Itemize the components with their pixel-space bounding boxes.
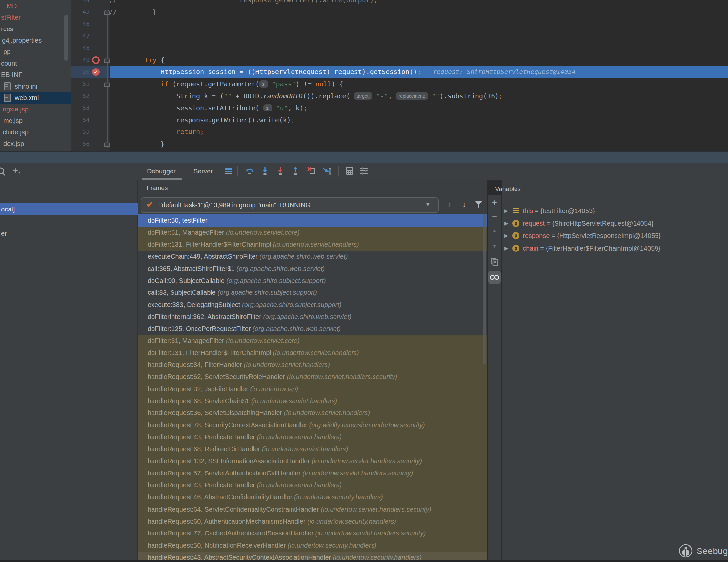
stack-frame-row[interactable]: doFilter:131, FilterHandler$FilterChainI… xyxy=(138,347,487,359)
session-list-item[interactable]: ocal] xyxy=(0,203,138,215)
fold-marker-icon[interactable] xyxy=(104,81,110,87)
code-line-49[interactable]: try { xyxy=(109,54,728,66)
stack-frame-row[interactable]: call:83, SubjectCallable (org.apache.shi… xyxy=(138,287,487,299)
code-line-53[interactable]: session.setAttribute( s: "u", k); xyxy=(109,102,728,114)
project-file-tree[interactable]: MDstFilterrcesg4j.propertiesppcountEB-IN… xyxy=(0,0,71,151)
stack-frame-row[interactable]: doFilter:61, ManagedFilter (io.undertow.… xyxy=(138,227,487,239)
sidebar-item-me-jsp[interactable]: me.jsp xyxy=(0,115,71,127)
step-out-icon[interactable] xyxy=(291,166,301,177)
add-session-icon[interactable]: +▾ xyxy=(10,165,20,176)
layout-settings-icon[interactable] xyxy=(359,167,369,177)
variable-row[interactable]: ▶this = {testFilter@14053} xyxy=(502,205,728,217)
stack-frame-row[interactable]: handleRequest:64, ServletConfidentiality… xyxy=(138,503,487,515)
fold-marker-icon[interactable] xyxy=(104,9,110,15)
tab-server[interactable]: Server xyxy=(193,163,213,180)
sidebar-item-stfilter[interactable]: stFilter xyxy=(0,12,71,23)
stack-frame-row[interactable]: handleRequest:50, NotificationReceiverHa… xyxy=(138,539,487,552)
session-list-item[interactable]: er xyxy=(0,228,138,240)
stack-frame-row[interactable]: handleRequest:62, ServletSecurityRoleHan… xyxy=(138,371,487,383)
chevron-down-icon[interactable]: ▼ xyxy=(425,201,431,208)
code-line-52[interactable]: String k = ("" + UUID.randomUUID()).repl… xyxy=(109,90,728,102)
tab-debugger[interactable]: Debugger xyxy=(147,163,176,180)
filter-icon[interactable] xyxy=(475,200,483,208)
stack-frame-row[interactable]: doFilter:125, OncePerRequestFilter (org.… xyxy=(138,323,487,335)
expand-triangle-icon[interactable]: ▶ xyxy=(504,217,508,230)
sidebar-item-eb-inf[interactable]: EB-INF xyxy=(0,69,71,81)
variable-row[interactable]: ▶presponse = {HttpServletResponseImpl@14… xyxy=(502,230,728,242)
frames-scrollbar[interactable] xyxy=(483,214,486,364)
sidebar-item-ngxie-jsp[interactable]: ngxie.jsp xyxy=(0,104,71,115)
expand-triangle-icon[interactable]: ▶ xyxy=(504,230,508,242)
watches-glasses-icon[interactable] xyxy=(488,271,501,284)
code-line-51[interactable]: if (request.getParameter(s: "pass") != n… xyxy=(109,78,728,90)
code-line-55[interactable]: return; xyxy=(109,126,728,138)
threads-view-icon[interactable] xyxy=(224,167,234,177)
variable-row[interactable]: ▶pchain = {FilterHandler$FilterChainImpl… xyxy=(502,242,728,254)
stack-frame-row[interactable]: handleRequest:46, AbstractConfidentialit… xyxy=(138,491,487,503)
stack-frame-row[interactable]: doFilter:50, testFilter xyxy=(138,214,487,227)
sidebar-item-pp[interactable]: pp xyxy=(0,46,71,58)
editor-gutter[interactable]: 44454647484950515253545556✓ xyxy=(71,0,110,151)
step-into-icon[interactable] xyxy=(260,166,270,177)
force-step-into-icon[interactable] xyxy=(276,166,286,177)
search-icon[interactable] xyxy=(0,167,6,177)
arrow-up-icon[interactable]: ↑ xyxy=(445,200,455,209)
remove-watch-icon[interactable]: − xyxy=(488,211,501,222)
code-line-48[interactable] xyxy=(109,42,728,54)
stack-frame-row[interactable]: call:365, AbstractShiroFilter$1 (org.apa… xyxy=(138,263,487,275)
equals-sign: = xyxy=(533,207,540,214)
expand-triangle-icon[interactable]: ▶ xyxy=(504,205,508,217)
stack-frame-row[interactable]: handleRequest:36, ServletDispatchingHand… xyxy=(138,407,487,419)
stack-frame-row[interactable]: executeChain:449, AbstractShiroFilter (o… xyxy=(138,251,487,263)
move-up-icon[interactable]: ▲ xyxy=(488,228,501,233)
code-line-46[interactable] xyxy=(109,18,728,30)
stack-frame-row[interactable]: handleRequest:132, SSLInformationAssocia… xyxy=(138,455,487,467)
code-line-47[interactable] xyxy=(109,30,728,42)
stack-frame-row[interactable]: doCall:90, SubjectCallable (org.apache.s… xyxy=(138,275,487,287)
add-watch-icon[interactable]: + xyxy=(488,197,501,208)
sidebar-item-rces[interactable]: rces xyxy=(0,23,71,35)
code-line-54[interactable]: response.getWriter().write(k); xyxy=(109,114,728,126)
stack-frame-row[interactable]: doFilterInternal:362, AbstractShiroFilte… xyxy=(138,311,487,323)
sidebar-item-md[interactable]: MD xyxy=(0,0,71,12)
fold-marker-icon[interactable] xyxy=(104,57,110,63)
step-over-icon[interactable] xyxy=(245,166,255,177)
stack-frame-row[interactable]: handleRequest:57, ServletAuthenticationC… xyxy=(138,467,487,479)
stack-frame-row[interactable]: execute:383, DelegatingSubject (org.apac… xyxy=(138,299,487,311)
code-token: + UUID. xyxy=(232,92,263,100)
evaluate-expression-icon[interactable] xyxy=(345,166,355,177)
window-splitter-strip[interactable] xyxy=(0,151,728,163)
thread-selector-dropdown[interactable]: ✔ "default task-1"@13,989 in group "main… xyxy=(141,197,439,213)
stack-frame-row[interactable]: handleRequest:68, RedirectDirHandler (io… xyxy=(138,443,487,455)
stack-frame-row[interactable]: handleRequest:84, FilterHandler (io.unde… xyxy=(138,359,487,371)
stack-frame-row[interactable]: doFilter:61, ManagedFilter (io.undertow.… xyxy=(138,335,487,347)
sidebar-item-clude-jsp[interactable]: clude.jsp xyxy=(0,127,71,138)
drop-frame-icon[interactable] xyxy=(307,166,316,177)
code-line-45[interactable]: // } xyxy=(109,6,728,18)
expand-triangle-icon[interactable]: ▶ xyxy=(504,242,508,254)
code-area[interactable]: // response.getWriter().write(output);//… xyxy=(109,0,728,151)
stack-frame-row[interactable]: handleRequest:43, PredicateHandler (io.u… xyxy=(138,479,487,491)
move-down-icon[interactable]: ▼ xyxy=(488,243,501,249)
stack-frame-row[interactable]: handleRequest:77, CachedAuthenticatedSes… xyxy=(138,527,487,539)
variable-row[interactable]: ▶prequest = {ShiroHttpServletRequest@140… xyxy=(502,217,728,230)
sidebar-item-web-xml[interactable]: web.xml xyxy=(0,92,71,104)
code-line-44[interactable]: // response.getWriter().write(output); xyxy=(109,0,728,6)
fold-marker-icon[interactable] xyxy=(104,141,110,147)
arrow-down-icon[interactable]: ↓ xyxy=(459,200,469,209)
stack-frame-row[interactable]: handleRequest:32, JspFileHandler (io.und… xyxy=(138,383,487,395)
run-to-cursor-icon[interactable] xyxy=(322,166,332,177)
breakpoint-ring-icon[interactable] xyxy=(92,56,100,64)
copy-icon[interactable] xyxy=(488,258,501,266)
code-line-50[interactable]: HttpSession session = ((HttpServletReque… xyxy=(109,66,728,78)
sidebar-item-dex-jsp[interactable]: dex.jsp xyxy=(0,138,71,150)
sidebar-item-count[interactable]: count xyxy=(0,58,71,69)
code-line-56[interactable]: } xyxy=(109,138,728,150)
sidebar-item-shiro-ini[interactable]: shiro.ini xyxy=(0,81,71,92)
sidebar-item-g4j-properties[interactable]: g4j.properties xyxy=(0,35,71,46)
stack-frame-row[interactable]: handleRequest:60, AuthenticationMechanis… xyxy=(138,515,487,528)
stack-frame-row[interactable]: handleRequest:68, ServletChain$1 (io.und… xyxy=(138,395,487,407)
stack-frame-row[interactable]: handleRequest:78, SecurityContextAssocia… xyxy=(138,419,487,431)
stack-frame-row[interactable]: handleRequest:43, PredicateHandler (io.u… xyxy=(138,431,487,443)
stack-frame-row[interactable]: doFilter:131, FilterHandler$FilterChainI… xyxy=(138,238,487,251)
